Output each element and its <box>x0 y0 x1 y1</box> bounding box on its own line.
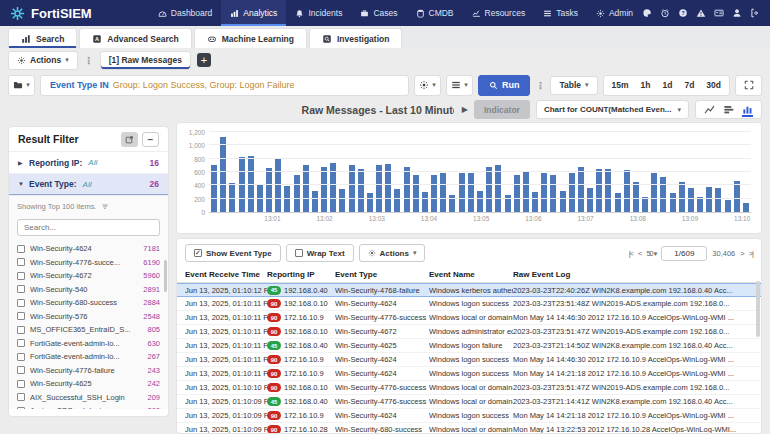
table-row[interactable]: Jun 13, 2025, 01:10:09 PM45192.168.0.40W… <box>177 395 761 409</box>
filter-item[interactable]: Juniper-SSG-ssh-login200 <box>17 404 160 409</box>
column-header[interactable]: Raw Event Log <box>513 270 753 279</box>
nav-item-cases[interactable]: Cases <box>351 0 406 26</box>
table-row[interactable]: Jun 13, 2025, 01:10:10 PM90192.168.0.10W… <box>177 381 761 395</box>
saved-search-button[interactable]: ▾ <box>8 75 35 96</box>
filter-item[interactable]: FortiGate-event-admin-lo...267 <box>17 350 160 364</box>
tab-advanced-search[interactable]: AAdvanced Search <box>79 28 191 48</box>
line-chart-type-icon[interactable] <box>704 104 715 115</box>
filter-group-event-type[interactable]: ▼ Event Type: All 26 <box>9 173 168 195</box>
palette-icon[interactable] <box>642 8 652 18</box>
checkbox-unchecked-icon[interactable] <box>17 299 25 307</box>
checkbox-unchecked-icon[interactable] <box>17 326 25 334</box>
checkbox-unchecked-icon[interactable] <box>17 272 25 280</box>
user-icon[interactable] <box>732 8 742 18</box>
table-row[interactable]: Jun 13, 2025, 01:10:11 PM90172.16.10.9Wi… <box>177 367 761 381</box>
nav-item-admin[interactable]: Admin <box>587 0 642 26</box>
first-page-button[interactable]: |< <box>629 249 633 258</box>
time-range-15m[interactable]: 15m <box>606 80 635 90</box>
checkbox-unchecked-icon[interactable] <box>17 353 25 361</box>
table-row[interactable]: Jun 13, 2025, 01:10:09 PM90172.16.10.9Wi… <box>177 409 761 423</box>
drag-handle[interactable]: ⋮ <box>84 55 94 66</box>
table-row[interactable]: Jun 13, 2025, 01:10:11 PM90192.168.0.10W… <box>177 297 761 311</box>
table-row[interactable]: Jun 13, 2025, 01:10:09 PM90172.16.10.28W… <box>177 423 761 434</box>
chevron-right-icon[interactable]: ▶ <box>462 105 468 114</box>
column-header[interactable]: Event Type <box>335 270 429 279</box>
column-header[interactable]: Event Name <box>429 270 513 279</box>
nav-item-cmdb[interactable]: CMDB <box>407 0 463 26</box>
tab-investigation[interactable]: Investigation <box>309 28 402 48</box>
time-range-1h[interactable]: 1h <box>635 80 657 90</box>
collapse-button[interactable]: − <box>142 132 159 147</box>
fullscreen-button[interactable] <box>735 75 762 96</box>
tab-machine-learning[interactable]: Machine Learning <box>194 28 307 48</box>
column-header[interactable]: Event Receive Time <box>185 270 267 279</box>
query-settings-button[interactable]: ▾ <box>414 75 441 96</box>
checkbox-unchecked-icon[interactable] <box>17 339 25 347</box>
page-size-select[interactable]: 50 ▾ <box>646 249 656 258</box>
checkbox-unchecked-icon[interactable] <box>17 366 25 374</box>
filter-item[interactable]: Win-Security-46247181 <box>17 242 160 256</box>
checkbox-unchecked-icon[interactable] <box>17 258 25 266</box>
help-icon[interactable]: ? <box>678 8 688 18</box>
logout-icon[interactable] <box>750 8 760 18</box>
checkbox-unchecked-icon[interactable] <box>17 245 25 253</box>
column-header[interactable]: Reporting IP <box>267 270 335 279</box>
filter-item[interactable]: AIX_Successful_SSH_Login209 <box>17 391 160 405</box>
actions-button[interactable]: Actions ▾ <box>8 51 78 70</box>
filter-item[interactable]: FortiGate-event-admin-lo...630 <box>17 337 160 351</box>
filter-item[interactable]: Win-Security-680-success2884 <box>17 296 160 310</box>
run-button[interactable]: Run <box>478 75 531 96</box>
time-range-7d[interactable]: 7d <box>678 80 700 90</box>
filter-item[interactable]: MS_OFFICE365_EntraID_S...805 <box>17 323 160 337</box>
checkbox-unchecked-icon[interactable] <box>17 380 25 388</box>
prev-page-button[interactable]: < <box>638 249 641 258</box>
table-row[interactable]: Jun 13, 2025, 01:10:11 PM45192.168.0.40W… <box>177 339 761 353</box>
show-event-type-toggle[interactable]: ✓ Show Event Type <box>185 244 281 262</box>
filter-search-input[interactable] <box>17 219 160 236</box>
nav-item-analytics[interactable]: Analytics <box>221 0 286 26</box>
next-page-button[interactable]: > <box>740 249 743 258</box>
warning-icon[interactable] <box>696 8 706 18</box>
table-row[interactable]: Jun 13, 2025, 01:10:11 PM90192.168.0.10W… <box>177 325 761 339</box>
popout-button[interactable] <box>121 132 138 147</box>
table-row[interactable]: Jun 13, 2025, 01:10:11 PM90172.16.10.9Wi… <box>177 353 761 367</box>
alarm-icon[interactable] <box>660 8 670 18</box>
sort-icon[interactable] <box>101 203 109 211</box>
nav-item-incidents[interactable]: Incidents <box>286 0 351 26</box>
column-chart-type-icon[interactable] <box>742 104 753 115</box>
nav-item-dashboard[interactable]: Dashboard <box>149 0 222 26</box>
table-row[interactable]: Jun 13, 2025, 01:10:12 PM45192.168.0.40W… <box>177 283 761 297</box>
filter-item[interactable]: Win-Security-4776-succe...6190 <box>17 256 160 270</box>
indicator-button[interactable]: Indicator <box>474 100 530 119</box>
hbar-chart-type-icon[interactable] <box>723 104 734 115</box>
checkbox-unchecked-icon[interactable] <box>17 393 25 401</box>
time-range-30d[interactable]: 30d <box>700 80 727 90</box>
filter-item[interactable]: Win-Security-5402891 <box>17 283 160 297</box>
brand[interactable]: FortiSIEM <box>10 0 111 26</box>
raw-messages-tab[interactable]: [1] Raw Messages <box>100 51 191 70</box>
view-select[interactable]: Table ▾ <box>550 76 597 95</box>
filter-item[interactable]: Win-Security-5762548 <box>17 310 160 324</box>
display-fields-button[interactable]: ▾ <box>446 75 473 96</box>
filter-item[interactable]: Win-Security-4625242 <box>17 377 160 391</box>
checkbox-unchecked-icon[interactable] <box>17 407 25 409</box>
nav-item-resources[interactable]: Resources <box>463 0 535 26</box>
tab-search[interactable]: Search <box>8 28 77 48</box>
table-scrollbar-thumb[interactable] <box>756 281 760 337</box>
chart-for-select[interactable]: Chart for COUNT(Matched Even... ▾ <box>536 100 689 119</box>
table-actions-button[interactable]: Actions ▾ <box>359 244 426 262</box>
last-page-button[interactable]: >| <box>749 249 753 258</box>
checkbox-unchecked-icon[interactable] <box>17 285 25 293</box>
id-card-icon[interactable] <box>714 8 724 18</box>
wrap-text-toggle[interactable]: Wrap Text <box>286 244 354 262</box>
page-indicator[interactable]: 1/609 <box>661 246 707 261</box>
time-range-1d[interactable]: 1d <box>657 80 679 90</box>
filter-group-reporting-ip[interactable]: ▶ Reporting IP: All 16 <box>9 151 168 173</box>
filter-item[interactable]: Win-Security-4776-failure243 <box>17 364 160 378</box>
add-tab-button[interactable]: + <box>197 53 211 67</box>
query-input[interactable]: Event Type IN Group: Logon Success, Grou… <box>40 75 409 96</box>
filter-item[interactable]: Win-Security-46725960 <box>17 269 160 283</box>
table-row[interactable]: Jun 13, 2025, 01:10:11 PM90172.16.10.9Wi… <box>177 311 761 325</box>
checkbox-unchecked-icon[interactable] <box>17 312 25 320</box>
nav-item-tasks[interactable]: Tasks <box>534 0 587 26</box>
